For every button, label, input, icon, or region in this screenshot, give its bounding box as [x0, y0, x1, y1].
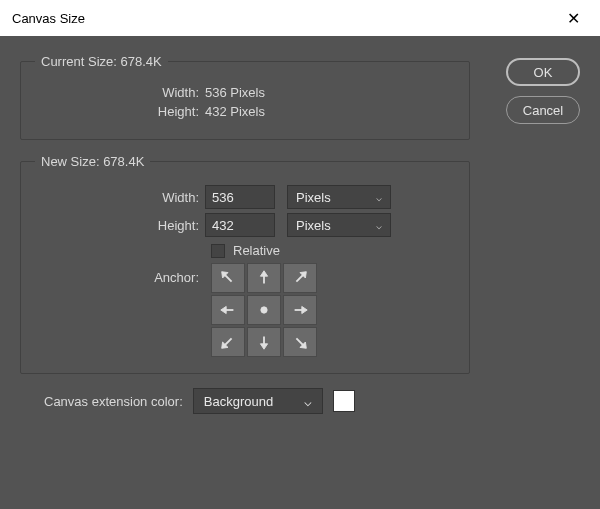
dialog-title: Canvas Size [12, 11, 85, 26]
extension-color-swatch[interactable] [333, 390, 355, 412]
relative-checkbox[interactable] [211, 244, 225, 258]
anchor-ne[interactable] [283, 263, 317, 293]
current-height-value: 432 Pixels [205, 104, 265, 119]
svg-marker-10 [302, 306, 307, 313]
anchor-label: Anchor: [35, 266, 205, 285]
extension-color-value: Background [204, 394, 273, 409]
new-width-unit-select[interactable]: Pixels ⌵ [287, 185, 391, 209]
chevron-down-icon: ⌵ [376, 220, 382, 231]
anchor-e[interactable] [283, 295, 317, 325]
extension-label: Canvas extension color: [20, 394, 183, 409]
current-size-group: Current Size: 678.4K Width: 536 Pixels H… [20, 54, 470, 140]
new-height-label: Height: [35, 218, 205, 233]
svg-point-8 [261, 307, 267, 313]
extension-row: Canvas extension color: Background ⌵ [20, 388, 470, 414]
current-size-legend: Current Size: 678.4K [35, 54, 168, 69]
new-size-group: New Size: 678.4K Width: Pixels ⌵ Height:… [20, 154, 470, 374]
anchor-center[interactable] [247, 295, 281, 325]
current-width-value: 536 Pixels [205, 85, 265, 100]
svg-marker-7 [221, 306, 226, 313]
cancel-button[interactable]: Cancel [506, 96, 580, 124]
anchor-n[interactable] [247, 263, 281, 293]
dialog-body: OK Cancel Current Size: 678.4K Width: 53… [0, 36, 600, 509]
new-size-legend: New Size: 678.4K [35, 154, 150, 169]
close-icon[interactable]: ✕ [559, 5, 588, 32]
anchor-grid [211, 263, 455, 357]
ok-button[interactable]: OK [506, 58, 580, 86]
current-height-label: Height: [35, 104, 205, 119]
dialog-buttons: OK Cancel [506, 58, 580, 124]
anchor-nw[interactable] [211, 263, 245, 293]
anchor-w[interactable] [211, 295, 245, 325]
chevron-down-icon: ⌵ [376, 192, 382, 203]
new-height-unit-select[interactable]: Pixels ⌵ [287, 213, 391, 237]
extension-color-select[interactable]: Background ⌵ [193, 388, 323, 414]
new-width-unit-value: Pixels [296, 190, 331, 205]
titlebar: Canvas Size ✕ [0, 0, 600, 36]
new-width-label: Width: [35, 190, 205, 205]
current-width-label: Width: [35, 85, 205, 100]
svg-marker-3 [260, 271, 267, 276]
new-height-unit-value: Pixels [296, 218, 331, 233]
chevron-down-icon: ⌵ [304, 394, 312, 409]
anchor-s[interactable] [247, 327, 281, 357]
anchor-se[interactable] [283, 327, 317, 357]
relative-label: Relative [233, 243, 280, 258]
new-height-input[interactable] [205, 213, 275, 237]
new-width-input[interactable] [205, 185, 275, 209]
svg-marker-14 [260, 344, 267, 349]
anchor-sw[interactable] [211, 327, 245, 357]
